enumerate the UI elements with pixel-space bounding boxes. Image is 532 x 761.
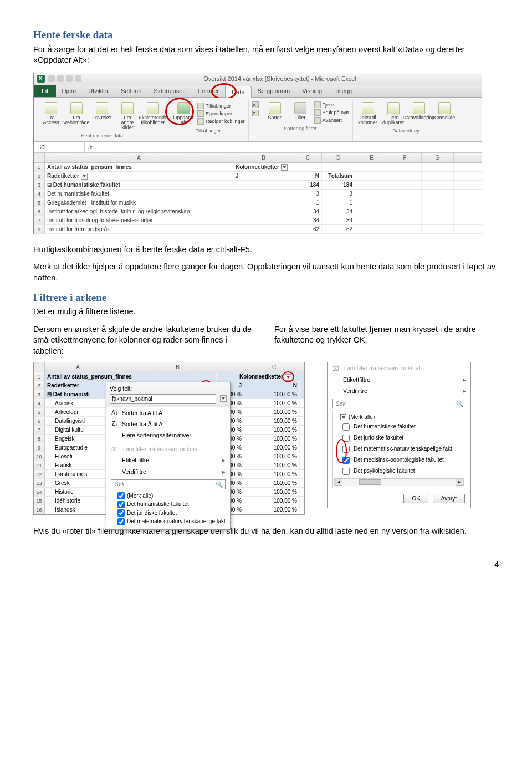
btn-oppdater-alt[interactable]: Oppdater alt: [172, 101, 195, 126]
filter-check-item[interactable]: Det medisinsk-odontologiske fakultet: [334, 455, 464, 466]
btn-bruk-pa-nytt[interactable]: Bruk på nytt: [314, 109, 349, 116]
s2-colhdr-b[interactable]: B: [111, 362, 244, 372]
tab-data[interactable]: Data: [225, 86, 251, 98]
checkbox[interactable]: [342, 446, 350, 453]
checkbox[interactable]: [342, 435, 350, 442]
checkbox[interactable]: [342, 423, 350, 431]
filter-search-r[interactable]: 🔍: [332, 399, 466, 408]
colhdr-g[interactable]: G: [422, 153, 454, 162]
btn-fra-andre-kilder[interactable]: Fra andre kilder: [116, 101, 139, 131]
s2-colhdr-c[interactable]: C: [244, 362, 304, 372]
tab-tillegg[interactable]: Tillegg: [328, 85, 358, 97]
btn-fjern-duplikater[interactable]: Fjern duplikater: [382, 101, 405, 126]
dropdown-icon[interactable]: [285, 374, 291, 381]
filter-check-item[interactable]: Det humanistiske fakultet: [334, 422, 464, 433]
table-row: 7 Institutt for filosofi og førstesemest…: [34, 216, 482, 225]
btn-fra-tekst[interactable]: Fra tekst: [90, 101, 114, 131]
tab-sideoppsett[interactable]: Sideoppsett: [147, 85, 192, 97]
btn-sort-asc-icon[interactable]: A↓: [252, 101, 259, 109]
btn-sorter[interactable]: Sorter: [263, 101, 287, 124]
colhdr-e[interactable]: E: [355, 153, 388, 162]
btn-konsolider[interactable]: Konsolide: [433, 101, 456, 126]
checkbox[interactable]: [342, 468, 350, 475]
cancel-button[interactable]: Avbryt: [433, 494, 465, 503]
paragraph-shortcut: Hurtigtastkombinasjonen for å hente fers…: [33, 244, 499, 256]
filter-check-item[interactable]: Det humanistiske fakultet: [111, 500, 226, 509]
btn-fjern[interactable]: Fjern: [314, 101, 349, 109]
colhdr-b[interactable]: B: [233, 153, 294, 162]
checkbox[interactable]: [117, 509, 125, 517]
btn-rediger-koblinger[interactable]: Rediger koblinger: [197, 118, 245, 125]
btn-avansert[interactable]: Avansert: [314, 116, 349, 124]
excel-screenshot-ribbon: Oversikt 2014 vår.xlsx [Skrivebeskyttet]…: [33, 73, 482, 234]
column-headers: A B C D E F G: [34, 153, 482, 163]
checkbox[interactable]: [117, 492, 125, 499]
colhdr-f[interactable]: F: [388, 153, 422, 162]
btn-eksisterende-tilkoblinger[interactable]: Eksisterende tilkoblinger: [141, 101, 165, 131]
ok-button[interactable]: OK: [403, 494, 428, 503]
filter-search-input-r[interactable]: [335, 400, 456, 407]
btn-datavalidering[interactable]: Datavalidering: [407, 101, 431, 126]
tab-sett-inn[interactable]: Sett inn: [115, 85, 147, 97]
group-label-sort: Sorter og filtrer: [284, 124, 317, 133]
filter-search-input[interactable]: [114, 481, 216, 488]
sort-a-to-z[interactable]: A↓Sorter fra A til Å: [106, 407, 230, 418]
btn-fra-web[interactable]: Fra webområde: [65, 101, 88, 131]
horizontal-scrollbar[interactable]: ◂▸: [334, 478, 464, 486]
colhdr-a[interactable]: A: [45, 153, 233, 162]
window-title: Oversikt 2014 vår.xlsx [Skrivebeskyttet]…: [81, 75, 478, 83]
s2-r2c: N: [244, 381, 300, 390]
btn-fra-access[interactable]: Fra Access: [39, 101, 63, 131]
filter-check-item[interactable]: Det juridiske fakultet: [334, 433, 464, 444]
screenshot-filter-menu-left: A B C 1 Antall av status_pensum_finnes K…: [33, 362, 305, 515]
checkbox[interactable]: [117, 518, 125, 525]
heading-filtrere: Filtrere i arkene: [33, 290, 499, 305]
value-filters[interactable]: Verdifiltre▸: [106, 466, 230, 477]
tab-hjem[interactable]: Hjem: [56, 85, 83, 97]
tab-fil[interactable]: Fil: [34, 85, 56, 97]
sort-z-to-a[interactable]: Z↓Sorter fra Å til A: [106, 418, 230, 430]
checkbox[interactable]: [117, 501, 125, 508]
tab-se-gjennom[interactable]: Se gjennom: [252, 85, 296, 97]
dropdown-icon[interactable]: [281, 164, 288, 171]
tab-utvikler[interactable]: Utvikler: [82, 85, 115, 97]
filter-check-item[interactable]: Det psykologiske fakultet: [334, 466, 464, 477]
field-selector[interactable]: faknavn_bokmal: [110, 394, 216, 404]
value-filters-r[interactable]: Verdifiltre▸: [328, 385, 470, 396]
filter-check-item[interactable]: Det matematisk-naturvitenskapelige fakt: [334, 444, 464, 455]
label-velg-felt: Velg felt:: [110, 385, 227, 392]
dropdown-icon[interactable]: [81, 173, 88, 180]
ribbon-group-connections: Oppdater alt Tilkoblinger Egenskaper Red…: [168, 100, 249, 141]
tab-visning[interactable]: Visning: [296, 85, 328, 97]
chevron-down-icon[interactable]: [220, 395, 227, 402]
paragraph-note-refresh: Merk at det ikke hjelper å oppdatere fle…: [33, 262, 499, 283]
label-filters[interactable]: Etikettfiltre▸: [106, 454, 230, 466]
colhdr-c[interactable]: C: [294, 153, 322, 162]
filter-check-item[interactable]: (Merk alle): [334, 413, 464, 422]
btn-egenskaper[interactable]: Egenskaper: [197, 110, 245, 118]
checkbox[interactable]: [342, 457, 350, 464]
colhdr-d[interactable]: D: [322, 153, 355, 162]
filter-check-item[interactable]: Examen philosophicum: [334, 488, 464, 489]
filter-popup: Velg felt: faknavn_bokmal A↓Sorter fra A…: [106, 382, 231, 529]
name-box[interactable]: I22: [34, 142, 85, 152]
label-filters-r[interactable]: Etikettfiltre▸: [328, 374, 470, 385]
s2-r3c: 100,00 %: [244, 390, 300, 399]
btn-sort-desc-icon[interactable]: Z↓: [252, 109, 259, 117]
table-row: 4 Det humanistiske fakultet 3 3: [34, 190, 482, 198]
group-label-conn: Tilkoblinger: [196, 126, 221, 135]
filter-popup-header: Velg felt: faknavn_bokmal: [106, 382, 230, 407]
s2-colhdr-a[interactable]: A: [45, 362, 111, 372]
filter-search[interactable]: 🔍: [111, 479, 226, 489]
table-row: 3 ⊟ Det humanistiske fakultet 184 184: [34, 181, 482, 190]
filter-check-item[interactable]: (Merk alle): [111, 492, 226, 500]
btn-tilkoblinger[interactable]: Tilkoblinger: [197, 102, 245, 110]
btn-tekst-til-kolonner[interactable]: Tekst til kolonner: [356, 101, 380, 126]
filter-check-item[interactable]: Det juridiske fakultet: [111, 509, 226, 518]
btn-filter[interactable]: Filter: [289, 101, 312, 124]
s2-r3a: ⊟ Det humanisti: [45, 390, 106, 399]
tab-formler[interactable]: Formler: [192, 85, 225, 97]
more-sort-options[interactable]: Flere sorteringsalternativer...: [106, 430, 230, 441]
table-row: 8 Institutt for fremmedspråk 62 62: [34, 225, 482, 234]
filter-check-item[interactable]: Det matematisk-naturvitenskapelige fakt: [111, 517, 226, 526]
